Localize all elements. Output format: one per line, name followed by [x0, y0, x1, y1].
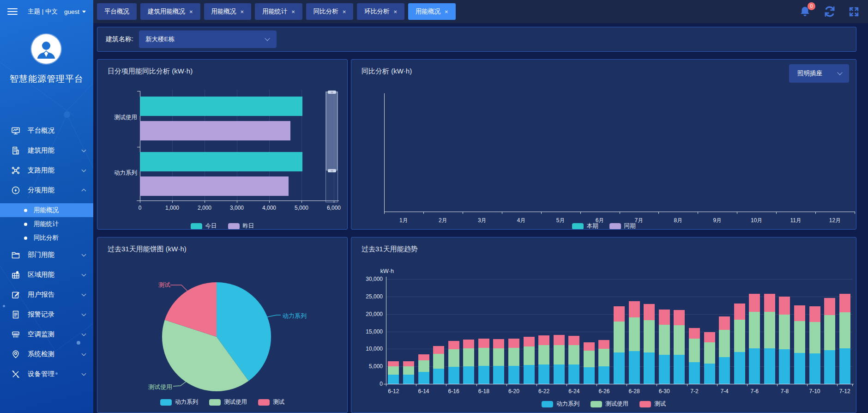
stack-bar-7-10-测试使用[interactable] — [809, 322, 820, 353]
stack-bar-7-8-测试[interactable] — [779, 297, 790, 315]
stack-bar-6-25-测试使用[interactable] — [584, 351, 595, 367]
stack-bar-6-14-动力系列[interactable] — [418, 372, 429, 384]
stack-bar-7-11-测试使用[interactable] — [824, 315, 835, 350]
sidebar-item-用户报告[interactable]: 用户报告 — [0, 285, 93, 304]
stack-bar-7-7-测试[interactable] — [764, 294, 775, 312]
stack-bar-6-16-测试使用[interactable] — [448, 349, 459, 367]
stack-bar-6-18-动力系列[interactable] — [478, 366, 489, 384]
stack-bar-6-27-测试[interactable] — [614, 306, 625, 322]
hamburger-menu-icon[interactable] — [7, 8, 18, 15]
stack-bar-6-22-测试使用[interactable] — [538, 345, 549, 364]
stack-bar-6-27-动力系列[interactable] — [614, 352, 625, 384]
stack-bar-7-11-动力系列[interactable] — [824, 350, 835, 384]
stack-bar-6-23-动力系列[interactable] — [554, 364, 565, 384]
stack-bar-6-21-测试[interactable] — [524, 337, 535, 346]
refresh-button[interactable] — [823, 5, 836, 18]
notifications-button[interactable]: 0 — [799, 6, 811, 18]
stack-bar-6-25-动力系列[interactable] — [584, 367, 595, 384]
stack-bar-7-3-测试[interactable] — [704, 332, 715, 342]
legend-item-昨日[interactable]: 昨日 — [228, 222, 254, 230]
legend-item-同期[interactable]: 同期 — [609, 222, 636, 230]
legend-item-动力系列[interactable]: 动力系列 — [542, 400, 579, 408]
legend-item-测试[interactable]: 测试 — [258, 398, 284, 406]
stack-bar-7-2-测试使用[interactable] — [689, 339, 700, 362]
stack-bar-6-28-测试使用[interactable] — [629, 317, 640, 351]
stack-bar-6-30-动力系列[interactable] — [659, 355, 670, 384]
stack-bar-6-19-测试使用[interactable] — [493, 348, 504, 366]
sidebar-item-平台概况[interactable]: 平台概况 — [0, 121, 93, 140]
stack-bar-6-18-测试使用[interactable] — [478, 348, 489, 366]
stack-bar-7-1-测试使用[interactable] — [674, 325, 685, 355]
close-icon[interactable]: × — [393, 8, 397, 15]
stack-bar-6-23-测试使用[interactable] — [554, 345, 565, 364]
stack-bar-7-5-测试使用[interactable] — [734, 320, 745, 352]
legend-item-本期[interactable]: 本期 — [572, 222, 598, 230]
legend-item-测试[interactable]: 测试 — [639, 400, 666, 408]
bar-动力系列-今日[interactable] — [140, 152, 302, 171]
tab-建筑用能概况-1[interactable]: 建筑用能概况× — [140, 3, 200, 20]
building-select[interactable]: 新大楼E栋 — [139, 30, 277, 48]
stack-bar-6-15-测试[interactable] — [433, 346, 444, 354]
stack-bar-6-12-测试使用[interactable] — [388, 366, 399, 375]
legend-item-今日[interactable]: 今日 — [191, 222, 217, 230]
close-icon[interactable]: × — [343, 8, 346, 15]
data-zoom-handle[interactable] — [328, 91, 336, 94]
stack-bar-6-20-测试[interactable] — [508, 339, 519, 348]
stack-bar-7-7-动力系列[interactable] — [764, 348, 775, 384]
fullscreen-button[interactable] — [848, 6, 860, 18]
bar-测试使用-今日[interactable] — [140, 97, 302, 116]
stack-bar-6-21-测试使用[interactable] — [524, 346, 535, 365]
stack-bar-7-1-测试[interactable] — [674, 310, 685, 325]
stack-bar-6-16-动力系列[interactable] — [448, 367, 459, 384]
stack-bar-6-13-测试[interactable] — [403, 361, 414, 366]
stack-bar-6-18-测试[interactable] — [478, 339, 489, 348]
stack-bar-7-9-测试[interactable] — [794, 305, 805, 321]
stack-bar-7-1-动力系列[interactable] — [674, 355, 685, 384]
data-zoom-window[interactable] — [326, 92, 338, 170]
stack-bar-6-24-动力系列[interactable] — [568, 364, 579, 384]
bar-测试使用-昨日[interactable] — [140, 121, 290, 140]
stack-bar-6-14-测试[interactable] — [418, 354, 429, 360]
stack-bar-6-17-测试使用[interactable] — [463, 348, 474, 366]
stack-bar-6-29-动力系列[interactable] — [644, 352, 655, 384]
stack-bar-6-26-动力系列[interactable] — [598, 366, 609, 384]
stack-bar-6-13-测试使用[interactable] — [403, 366, 414, 375]
sidebar-item-系统检测[interactable]: 系统检测 — [0, 344, 93, 364]
close-icon[interactable]: × — [291, 8, 295, 15]
stack-bar-6-30-测试使用[interactable] — [659, 325, 670, 355]
stack-bar-7-3-动力系列[interactable] — [704, 364, 715, 384]
tab-用能统计-3[interactable]: 用能统计× — [255, 3, 302, 20]
tab-用能概况-6[interactable]: 用能概况× — [408, 3, 456, 20]
stack-bar-6-19-动力系列[interactable] — [493, 366, 504, 384]
stack-bar-7-10-测试[interactable] — [809, 306, 820, 322]
stack-bar-7-6-测试[interactable] — [749, 294, 760, 312]
stack-bar-6-26-测试使用[interactable] — [598, 349, 609, 366]
tab-平台概况-0[interactable]: 平台概况 — [97, 3, 137, 20]
stack-bar-7-10-动力系列[interactable] — [809, 353, 820, 384]
stack-bar-6-20-动力系列[interactable] — [508, 366, 519, 384]
stack-bar-7-2-动力系列[interactable] — [689, 362, 700, 384]
stack-bar-7-7-测试使用[interactable] — [764, 312, 775, 348]
stack-bar-6-17-测试[interactable] — [463, 340, 474, 348]
stack-bar-6-24-测试[interactable] — [568, 336, 579, 345]
stack-bar-7-5-动力系列[interactable] — [734, 352, 745, 384]
tab-用能概况-2[interactable]: 用能概况× — [204, 3, 252, 20]
stack-bar-7-6-动力系列[interactable] — [749, 348, 760, 384]
data-zoom-slider[interactable] — [326, 91, 338, 202]
avatar[interactable] — [31, 34, 61, 64]
stack-bar-7-8-测试使用[interactable] — [779, 315, 790, 349]
stack-bar-7-4-动力系列[interactable] — [719, 357, 730, 384]
close-icon[interactable]: × — [445, 8, 448, 15]
stack-bar-7-8-动力系列[interactable] — [779, 349, 790, 384]
stack-bar-6-15-动力系列[interactable] — [433, 369, 444, 384]
legend-item-测试使用[interactable]: 测试使用 — [209, 398, 247, 406]
close-icon[interactable]: × — [189, 8, 193, 15]
sidebar-item-建筑用能[interactable]: 建筑用能 — [0, 140, 93, 160]
stack-bar-7-9-测试使用[interactable] — [794, 321, 805, 353]
stack-bar-7-2-测试[interactable] — [689, 328, 700, 339]
stack-bar-7-12-测试使用[interactable] — [839, 312, 850, 348]
stack-bar-6-15-测试使用[interactable] — [433, 354, 444, 369]
stack-bar-6-23-测试[interactable] — [554, 335, 565, 345]
stack-bar-6-24-测试使用[interactable] — [568, 345, 579, 364]
data-zoom-handle[interactable] — [328, 169, 336, 172]
